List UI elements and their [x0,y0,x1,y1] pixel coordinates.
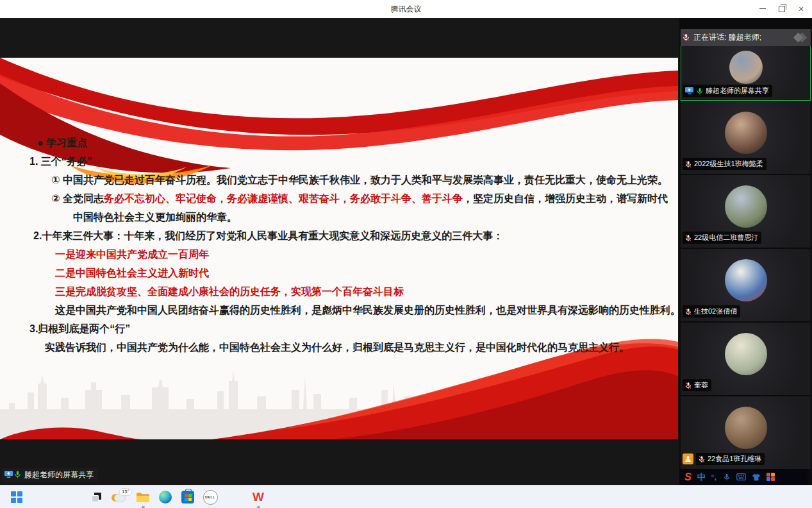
window-title: 腾讯会议 [0,0,812,18]
weather-widget[interactable]: 15° [108,486,132,508]
participant-name-label: 滕超老师的屏幕共享 [683,85,772,97]
mic-muted-icon [684,160,692,168]
participant-name-label: 生技02张倩倩 [683,305,740,318]
mic-on-icon [13,470,22,478]
slide-text-line: 三是完成脱贫攻坚、全面建成小康社会的历史任务，实现第一个百年奋斗目标 [29,282,674,301]
wps-icon: W [253,490,264,504]
participant-tile[interactable]: 22食品1班孔维琳 [681,396,811,469]
slide-text-line: 实践告诉我们，中国共产党为什么能，中国特色社会主义为什么好，归根到底是马克思主义… [29,338,674,357]
slide-text-line: 一是迎来中国共产党成立一百周年 [29,245,674,264]
slide-text-line: ● 学习重点 [29,133,674,152]
slide-text-line: 2.十年来三件大事：十年来，我们经历了对党和人民事业具有重大现实意义和深远历史意… [29,226,674,245]
participant-name-label: 22级电信二班曹思汀 [683,232,761,244]
screen-share-status-pill: 滕超老师的屏幕共享 [2,468,98,482]
restore-icon [779,6,785,12]
slide-text-line: ① 中国共产党已走过百年奋斗历程。我们党立志于中华民族千秋伟业，致力于人类和平与… [29,171,674,189]
chinese-mode-icon[interactable]: 中 [697,471,706,483]
tencent-meeting-window: 腾讯会议 × ● 学习重点1. 三个“务必” [0,0,812,508]
windows-logo-icon [11,491,22,503]
mic-muted-icon [684,308,692,316]
participants-sidebar: 正在讲话: 滕超老师;滕超老师的屏幕共享2022级生技1班梅懿柔22级电信二班曹… [679,18,812,485]
minimize-button[interactable] [753,0,772,17]
participant-name-label: 22食品1班孔维琳 [696,453,765,465]
edge-icon [159,491,172,504]
sogou-logo-icon[interactable]: S [684,471,692,483]
person-icon [684,455,692,462]
participant-avatar [725,333,767,375]
participant-avatar [725,185,767,228]
dell-logo-icon: DELL [203,490,218,505]
skin-icon[interactable] [752,473,761,481]
soft-keyboard-icon[interactable] [736,473,746,480]
mic-muted-icon [684,382,692,389]
windows-taskbar: 搜索 15° DELL W [0,485,812,508]
slide-text-line: 这是中国共产党和中国人民团结奋斗赢得的历史性胜利，是彪炳中华民族发展史册的历史性… [29,301,674,319]
punctuation-icon[interactable]: °, [711,473,717,481]
participant-avatar [725,112,767,154]
participant-tile[interactable]: 奎蓉 [681,323,811,395]
mic-muted-icon [682,33,690,42]
slide-text-line: ② 全党同志务必不忘初心、牢记使命，务必谦虚谨慎、艰苦奋斗，务必敢于斗争、善于斗… [29,189,674,208]
shared-screen-stage: ● 学习重点1. 三个“务必”① 中国共产党已走过百年奋斗历程。我们党立志于中华… [0,18,679,485]
toolbox-icon[interactable] [766,473,775,481]
slide-text-line: 3.归根到底是两个“行” [29,319,674,338]
share-pill-label: 滕超老师的屏幕共享 [24,470,94,480]
microsoft-store-icon [181,491,194,504]
shared-screen-slide: ● 学习重点1. 三个“务必”① 中国共产党已走过百年奋斗历程。我们党立志于中华… [0,58,678,439]
share-pill-icons [4,470,22,480]
start-button[interactable] [8,486,26,508]
microsoft-store-button[interactable] [179,486,196,508]
participant-name-label: 2022级生技1班梅懿柔 [683,158,766,170]
participant-tile[interactable]: 22级电信二班曹思汀 [681,175,811,248]
participant-avatar [729,51,763,84]
raised-hand-badge [683,453,693,464]
screen-share-icon [684,87,694,95]
file-explorer-icon [136,491,150,503]
speaking-label: 正在讲话: 滕超老师; [693,32,791,43]
slide-text-line: 1. 三个“务必” [29,152,674,171]
dell-app-button[interactable]: DELL [202,486,219,508]
edge-browser-button[interactable] [157,486,174,508]
slide-text-block: ● 学习重点1. 三个“务必”① 中国共产党已走过百年奋斗历程。我们党立志于中华… [29,133,674,357]
mic-on-icon [696,87,704,95]
participant-tile[interactable]: 正在讲话: 滕超老师;滕超老师的屏幕共享 [681,29,811,101]
weather-temperature: 15° [119,488,132,496]
minimize-icon [759,8,766,9]
mic-muted-icon [698,455,706,463]
weather-cloud-icon: 15° [112,492,128,502]
slide-text-line: 中国特色社会主义更加绚丽的华章。 [29,208,674,226]
screen-share-icon [4,470,13,478]
close-button[interactable]: × [791,0,811,17]
restore-button[interactable] [772,0,791,17]
meeting-watermark-logo [795,34,806,41]
participant-avatar [725,259,767,301]
participant-tile[interactable]: 生技02张倩倩 [681,249,811,321]
file-explorer-button[interactable] [135,486,151,508]
slide-text-line: 二是中国特色社会主义进入新时代 [29,264,674,282]
sogou-ime-bar: S 中 °, [679,469,808,485]
mic-muted-icon [684,234,692,242]
participant-tile[interactable]: 2022级生技1班梅懿柔 [681,101,811,174]
window-titlebar: 腾讯会议 × [0,0,812,19]
wps-office-button[interactable]: W [250,486,267,508]
task-view-button[interactable] [88,486,104,508]
participant-avatar [725,407,767,449]
participant-name-label: 奎蓉 [683,379,711,391]
speaking-banner: 正在讲话: 滕超老师; [681,29,811,46]
voice-input-icon[interactable] [723,473,731,481]
task-view-icon [92,493,101,502]
